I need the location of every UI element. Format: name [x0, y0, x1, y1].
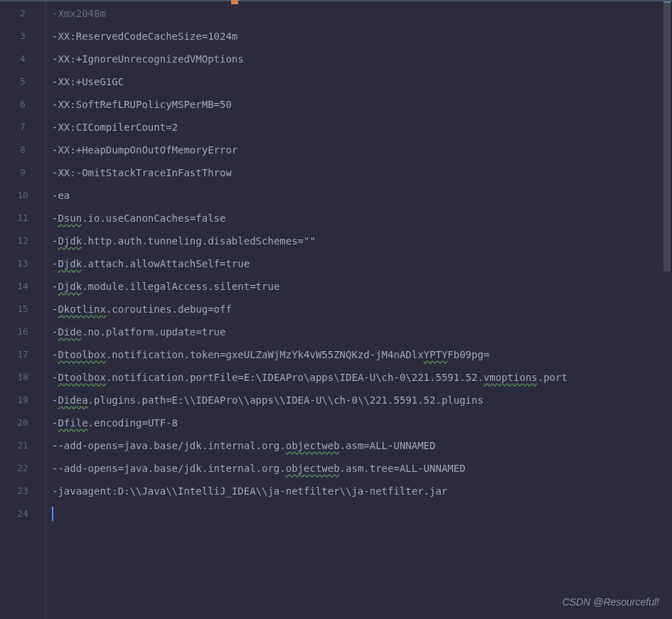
- line-number: 23: [9, 480, 36, 502]
- code-text: Dfile: [58, 417, 87, 429]
- line-number: 14: [9, 275, 36, 298]
- code-text: --add-opens=java.base/jdk.internal.org.: [52, 463, 286, 474]
- code-line[interactable]: [52, 502, 672, 525]
- code-line[interactable]: -ea: [52, 184, 672, 207]
- code-line[interactable]: -Djdk.attach.allowAttachSelf=true: [52, 252, 672, 275]
- line-number: 10: [9, 184, 36, 207]
- vertical-scrollbar[interactable]: [662, 0, 671, 619]
- code-text: -XX:SoftRefLRUPolicyMSPerMB=50: [52, 99, 232, 110]
- code-text: .notification.portFile=E:\IDEAPro\apps\I…: [106, 372, 484, 383]
- line-number: 21: [9, 434, 36, 457]
- line-number: 7: [9, 116, 36, 139]
- code-line[interactable]: --add-opens=java.base/jdk.internal.org.o…: [52, 434, 672, 457]
- code-text: Dtoolbox: [58, 349, 105, 360]
- line-number: 17: [9, 343, 36, 366]
- code-text: -XX:+HeapDumpOnOutOfMemoryError: [52, 144, 238, 156]
- code-text: .coroutines.debug=off: [106, 303, 232, 315]
- line-number: 8: [9, 139, 36, 161]
- code-line[interactable]: -XX:+HeapDumpOnOutOfMemoryError: [52, 139, 672, 161]
- editor-container: 23456789101112131415161718192021222324 -…: [0, 0, 672, 619]
- code-line[interactable]: -XX:+IgnoreUnrecognizedVMOptions: [52, 48, 672, 70]
- code-text: .attach.allowAttachSelf=true: [82, 258, 250, 269]
- code-text: YPTY: [424, 349, 448, 360]
- line-number: 11: [9, 207, 36, 230]
- code-text: objectweb: [286, 440, 340, 451]
- code-line[interactable]: -XX:ReservedCodeCacheSize=1024m: [52, 25, 672, 48]
- line-number: 6: [9, 93, 36, 116]
- code-editor-area[interactable]: -Xmx2048m-XX:ReservedCodeCacheSize=1024m…: [46, 0, 672, 619]
- line-number: 2: [9, 2, 36, 25]
- code-line[interactable]: -Dtoolbox.notification.portFile=E:\IDEAP…: [52, 366, 672, 389]
- code-text: Djdk: [58, 281, 82, 292]
- code-line[interactable]: -Dfile.encoding=UTF-8: [52, 411, 672, 434]
- code-line[interactable]: -Dsun.io.useCanonCaches=false: [52, 207, 672, 230]
- code-line[interactable]: -javaagent:D:\\Java\\IntelliJ_IDEA\\ja-n…: [52, 480, 672, 502]
- code-line[interactable]: --add-opens=java.base/jdk.internal.org.o…: [52, 457, 672, 480]
- line-number: 15: [9, 298, 36, 321]
- code-text: Dkotlinx: [58, 303, 105, 315]
- code-text: .asm=ALL-UNNAMED: [340, 440, 436, 451]
- code-line[interactable]: -Xmx2048m: [52, 2, 672, 25]
- code-text: -XX:+UseG1GC: [52, 76, 124, 87]
- code-text: -javaagent:D:\\Java\\IntelliJ_IDEA\\ja-n…: [52, 485, 447, 497]
- code-text: -ea: [52, 190, 70, 201]
- code-text: -XX:CICompilerCount=2: [52, 122, 178, 133]
- code-text: --add-opens=java.base/jdk.internal.org.: [52, 440, 286, 451]
- code-text: objectweb: [286, 463, 340, 474]
- code-text: Djdk: [58, 235, 82, 247]
- code-text: -XX:+IgnoreUnrecognizedVMOptions: [52, 53, 244, 65]
- scrollbar-marker: [663, 1, 671, 3]
- code-text: .no.platform.update=true: [82, 326, 225, 338]
- line-number: 24: [9, 502, 36, 525]
- scrollbar-thumb[interactable]: [663, 1, 671, 271]
- code-line[interactable]: -XX:-OmitStackTraceInFastThrow: [52, 161, 672, 184]
- code-text: .io.useCanonCaches=false: [82, 212, 225, 224]
- code-text: .port: [538, 372, 567, 383]
- line-number: 9: [9, 161, 36, 184]
- line-number: 5: [9, 70, 36, 93]
- code-line[interactable]: -Dtoolbox.notification.token=gxeULZaWjMz…: [52, 343, 672, 366]
- editor-top-marker: [231, 0, 238, 4]
- code-text: Dsun: [58, 212, 82, 224]
- line-number: 20: [9, 411, 36, 434]
- code-text: Didea: [58, 394, 87, 406]
- line-number: 3: [9, 25, 36, 48]
- code-text: vmoptions: [484, 372, 538, 383]
- line-number: 12: [9, 230, 36, 252]
- code-line[interactable]: -Didea.plugins.path=E:\\IDEAPro\\apps\\I…: [52, 389, 672, 411]
- editor-top-border: [0, 0, 672, 1]
- line-number-gutter[interactable]: 23456789101112131415161718192021222324: [0, 0, 46, 619]
- code-line[interactable]: -Djdk.http.auth.tunneling.disabledScheme…: [52, 230, 672, 252]
- line-number: 16: [9, 321, 36, 343]
- code-text: -Xmx2048m: [52, 8, 106, 19]
- code-line[interactable]: -Djdk.module.illegalAccess.silent=true: [52, 275, 672, 298]
- watermark-text: CSDN @Resourceful!: [562, 596, 659, 608]
- code-text: Dide: [58, 326, 82, 338]
- code-line[interactable]: -XX:SoftRefLRUPolicyMSPerMB=50: [52, 93, 672, 116]
- code-text: -XX:-OmitStackTraceInFastThrow: [52, 167, 232, 178]
- code-text: -XX:ReservedCodeCacheSize=1024m: [52, 31, 238, 42]
- code-line[interactable]: -XX:+UseG1GC: [52, 70, 672, 93]
- line-number: 4: [9, 48, 36, 70]
- code-line[interactable]: -Dkotlinx.coroutines.debug=off: [52, 298, 672, 321]
- line-number: 13: [9, 252, 36, 275]
- line-number: 22: [9, 457, 36, 480]
- line-number: 18: [9, 366, 36, 389]
- code-text: .module.illegalAccess.silent=true: [82, 281, 279, 292]
- text-cursor: [52, 507, 53, 521]
- code-line[interactable]: -XX:CICompilerCount=2: [52, 116, 672, 139]
- line-number: 19: [9, 389, 36, 411]
- code-text: .http.auth.tunneling.disabledSchemes="": [82, 235, 316, 247]
- code-text: .asm.tree=ALL-UNNAMED: [340, 463, 466, 474]
- code-text: Fb09pg=: [447, 349, 489, 360]
- code-line[interactable]: -Dide.no.platform.update=true: [52, 321, 672, 343]
- code-text: .notification.token=gxeULZaWjMzYk4vW55ZN…: [106, 349, 424, 360]
- code-text: Dtoolbox: [58, 372, 105, 383]
- code-text: Djdk: [58, 258, 82, 269]
- code-text: .encoding=UTF-8: [88, 417, 178, 429]
- code-text: .plugins.path=E:\\IDEAPro\\apps\\IDEA-U\…: [88, 394, 484, 406]
